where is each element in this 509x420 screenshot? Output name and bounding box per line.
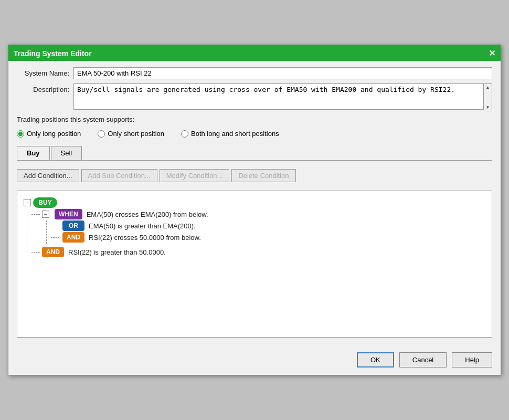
positions-label: Trading positions this system supports: (17, 116, 492, 123)
when-vert-line (46, 220, 47, 244)
root-and-text: RSI(22) is greater than 50.0000. (68, 248, 166, 256)
scroll-down-btn[interactable]: ▼ (484, 104, 492, 111)
help-button[interactable]: Help (452, 352, 492, 368)
radio-only-long-label: Only long position (27, 130, 81, 138)
when-horiz-connector (31, 214, 40, 215)
when-node: − WHEN EMA(50) crosses EMA(200) from bel… (31, 209, 485, 244)
radio-both[interactable]: Both long and short positions (181, 130, 279, 138)
when-badge: WHEN (55, 209, 82, 219)
radio-only-short[interactable]: Only short position (98, 130, 164, 138)
tree-panel: − BUY − WHEN EMA(50) crosses EMA(200) fr… (17, 191, 492, 338)
root-and-row: AND RSI(22) is greater than 50.0000. (31, 247, 485, 257)
tab-sell[interactable]: Sell (51, 146, 82, 160)
description-label: Description: (17, 83, 69, 93)
trading-system-editor-dialog: Trading System Editor ✕ System Name: Des… (8, 45, 501, 375)
tab-buy[interactable]: Buy (17, 146, 50, 160)
delete-condition-button[interactable]: Delete Condition (231, 169, 295, 182)
when-and-text: RSI(22) crosses 50.0000 from below. (89, 234, 201, 242)
tree-root-row: − BUY (24, 197, 485, 208)
dialog-body: System Name: Description: Buy/sell signa… (8, 61, 501, 348)
buy-children: − WHEN EMA(50) crosses EMA(200) from bel… (31, 209, 485, 258)
tabs-row: Buy Sell (17, 146, 492, 161)
root-and-horiz-connector (31, 252, 40, 253)
add-sub-condition-button[interactable]: Add Sub Condition... (81, 169, 157, 182)
system-name-input[interactable] (73, 67, 492, 79)
modify-condition-button[interactable]: Modify Condition... (160, 169, 230, 182)
root-and-badge: AND (42, 247, 64, 257)
add-condition-button[interactable]: Add Condition... (17, 169, 79, 182)
buy-children-container: − WHEN EMA(50) crosses EMA(200) from bel… (24, 209, 485, 258)
when-text: EMA(50) crosses EMA(200) from below. (87, 211, 208, 218)
when-row: − WHEN EMA(50) crosses EMA(200) from bel… (31, 209, 485, 219)
when-children: OR EMA(50) is greater than EMA(200). AND… (51, 220, 201, 244)
system-name-row: System Name: (17, 67, 492, 79)
cancel-button[interactable]: Cancel (399, 352, 447, 368)
or-badge: OR (62, 220, 84, 231)
ok-button[interactable]: OK (357, 352, 394, 368)
radio-group: Only long position Only short position B… (17, 128, 492, 140)
buy-badge: BUY (33, 197, 57, 208)
radio-only-long[interactable]: Only long position (17, 130, 81, 138)
buy-vert-line (27, 209, 27, 258)
when-and-row: AND RSI(22) crosses 50.0000 from below. (51, 232, 201, 243)
toolbar: Add Condition... Add Sub Condition... Mo… (17, 165, 492, 186)
radio-both-label: Both long and short positions (191, 130, 279, 138)
close-button[interactable]: ✕ (489, 49, 495, 58)
dialog-title: Trading System Editor (14, 49, 92, 58)
radio-only-short-label: Only short position (108, 130, 164, 138)
dialog-footer: OK Cancel Help (8, 348, 501, 375)
or-text: EMA(50) is greater than EMA(200). (89, 222, 196, 230)
title-bar: Trading System Editor ✕ (8, 46, 501, 61)
when-and-badge: AND (62, 232, 84, 243)
when-children-container: OR EMA(50) is greater than EMA(200). AND… (43, 220, 485, 244)
when-expand-btn[interactable]: − (42, 211, 49, 218)
when-and-horiz-connector (51, 237, 59, 238)
description-scrollbar[interactable]: ▲ ▼ (484, 83, 492, 111)
scroll-up-btn[interactable]: ▲ (484, 84, 492, 91)
or-horiz-connector (51, 226, 59, 226)
or-row: OR EMA(50) is greater than EMA(200). (51, 220, 201, 231)
description-row: Description: Buy/sell signals are genera… (17, 83, 492, 111)
description-wrapper: Buy/sell signals are generated using cro… (73, 83, 492, 111)
system-name-label: System Name: (17, 67, 69, 77)
description-textarea[interactable]: Buy/sell signals are generated using cro… (73, 83, 484, 110)
buy-expand-btn[interactable]: − (24, 199, 31, 206)
